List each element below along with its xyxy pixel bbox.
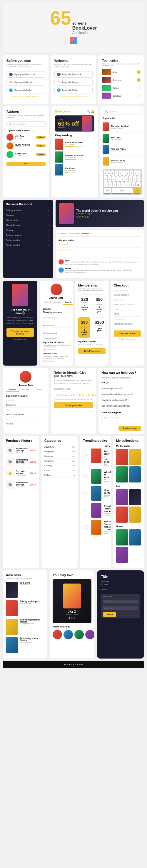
cat-biography[interactable]: Biography 180 [44, 450, 75, 454]
key-v[interactable]: v [121, 182, 124, 187]
current-password-input[interactable] [43, 316, 70, 320]
tab-information[interactable]: Information [69, 232, 80, 237]
plan-90[interactable]: $90 / 6 months 6 month gold [78, 317, 90, 338]
fullname-input[interactable] [6, 403, 46, 407]
author-you-4[interactable] [85, 630, 94, 639]
email-input[interactable] [6, 412, 46, 417]
key-a[interactable]: a [104, 176, 107, 182]
idol-book-4[interactable] [129, 506, 141, 523]
topic-item-actor[interactable]: Actor ✓ [102, 69, 141, 75]
genre-fantasy[interactable]: Fantasy adventure 245 [6, 208, 50, 212]
trending-item-1[interactable]: 01 Harry — The story is told deep Jack A… [83, 445, 108, 467]
trending-item-2[interactable]: 02 Wheel of Time J.R Rowling [83, 469, 108, 484]
key-123[interactable]: 123 [104, 188, 111, 193]
key-go[interactable]: Go [133, 188, 141, 193]
send-message-btn[interactable]: Send message [119, 426, 141, 431]
promo-banner[interactable]: Up to 60% off all books [55, 116, 94, 131]
key-l[interactable]: l [137, 176, 141, 182]
faq-3[interactable]: How is my reading tracked? › [101, 397, 141, 403]
key-d[interactable]: d [112, 176, 116, 182]
fav-book-3[interactable] [116, 466, 128, 483]
search-icon-booklover[interactable]: 🔍 [87, 110, 90, 113]
bell-icon-booklover[interactable]: 🔔 [91, 110, 94, 113]
cardholder-input[interactable] [114, 293, 141, 297]
forgot-password-link[interactable]: Forgot password? [43, 337, 70, 339]
author-you-1[interactable] [53, 630, 62, 639]
topic-item-american[interactable]: American ✓ [102, 77, 141, 83]
key-shift[interactable]: ⇧ [104, 182, 108, 187]
key-n[interactable]: n [128, 182, 131, 187]
key-y[interactable]: y [122, 170, 125, 176]
horror-book-2[interactable] [129, 529, 141, 546]
sign-out-btn[interactable]: Sign out devices [43, 349, 70, 351]
search-result-1[interactable]: The art of the deal Various Authors [103, 121, 142, 133]
membership-purchase-btn[interactable]: 10% Purchase [78, 348, 105, 354]
follow-btn-1[interactable]: Follow [36, 136, 46, 138]
trending-item-4[interactable]: 04 Everything inside: Stories Edwidge Da… [83, 503, 108, 518]
topic-item-culture[interactable]: Culture [102, 85, 141, 91]
tab-followed-info[interactable]: Followed [19, 387, 32, 392]
adventure-book-1[interactable]: Wild Days Jack Andrews [6, 582, 44, 598]
share-link-btn[interactable]: Share your link [54, 402, 94, 408]
facebook-login-btn[interactable]: f Login with Facebook [54, 71, 93, 78]
cat-comedy[interactable]: Comedy 120 [44, 463, 75, 468]
tab-overview[interactable]: Overview [58, 232, 67, 237]
cat-adventure[interactable]: Adventure 245 [44, 445, 75, 450]
horror-book-1[interactable] [116, 529, 128, 546]
key-o[interactable]: o [134, 170, 137, 176]
google-login-btn[interactable]: G Login with Google [54, 79, 93, 86]
follow-btn-2[interactable]: Follow [36, 145, 46, 147]
next-btn-authors[interactable]: Next [6, 162, 46, 166]
tab-review[interactable]: Review [82, 232, 89, 237]
idol-book-3[interactable] [116, 506, 128, 523]
twitter-login-btn[interactable]: t Login with Twitter [54, 87, 93, 93]
key-space[interactable]: space [112, 188, 132, 193]
author-search-bar[interactable]: 🔍 Search authors [6, 121, 46, 127]
faq-2[interactable]: Membership and Single purchase? › [101, 392, 141, 397]
key-m[interactable]: m [132, 182, 135, 187]
genre-further-2[interactable]: Further reading 72 [6, 243, 50, 247]
key-g[interactable]: g [120, 176, 124, 182]
plan-50[interactable]: $50 / 3 months 3 month gold [93, 294, 106, 315]
tab-followed[interactable]: Followed [52, 300, 63, 305]
plan-20[interactable]: $20 / month 1 month gold [78, 294, 91, 315]
ereader-text-input[interactable] [103, 600, 138, 603]
key-k[interactable]: k [133, 176, 137, 182]
search-result-2[interactable]: Wild Days Jack Andrews [103, 133, 142, 144]
key-i[interactable]: i [130, 170, 133, 176]
ereader-text-input-2[interactable] [103, 607, 138, 610]
fav-book-2[interactable] [129, 449, 141, 465]
key-q[interactable]: q [104, 170, 107, 176]
genre-further-1[interactable]: Further reading 86 [6, 238, 50, 242]
review-textarea[interactable]: Write your review... [58, 247, 141, 257]
author-you-3[interactable] [74, 630, 84, 639]
key-z[interactable]: z [109, 182, 112, 187]
ereader-choose-btn[interactable]: Choose [103, 612, 117, 617]
message-textarea[interactable]: Type your message... [101, 415, 141, 424]
search-top-bar[interactable]: 🔍 Search... [103, 109, 142, 115]
tab-general-info[interactable]: General [6, 387, 19, 392]
tab-security-info[interactable]: Security [32, 387, 46, 392]
cardnumber-input[interactable] [114, 302, 141, 307]
login-link[interactable]: Already have an account? Login now [6, 95, 45, 97]
key-u[interactable]: u [126, 170, 129, 176]
expiry-input[interactable] [114, 312, 127, 317]
key-t[interactable]: t [119, 170, 122, 176]
genre-classic[interactable]: Classic literature 134 [6, 223, 50, 227]
key-e[interactable]: e [111, 170, 114, 176]
cvc-input[interactable] [128, 312, 141, 317]
rating-stars[interactable]: ★ ★ ★ ★ ★ [58, 243, 141, 246]
bio-input[interactable] [6, 422, 46, 426]
book-item-2[interactable]: Madame as Sultan Rona Williams [55, 151, 94, 163]
cat-crime[interactable]: Crime 98 [44, 468, 75, 473]
genre-fantasy-romance[interactable]: Fantasy romance 98 [6, 233, 50, 237]
billing-input[interactable] [114, 322, 141, 326]
key-s[interactable]: s [108, 176, 112, 182]
horror-book-3[interactable] [116, 547, 128, 563]
adventure-book-3[interactable]: Something amazing: Stories Edwidge Danti… [6, 619, 44, 635]
key-f[interactable]: f [116, 176, 120, 182]
fav-book-1[interactable] [116, 449, 128, 465]
tab-general[interactable]: General [43, 300, 52, 305]
genre-mystery[interactable]: Mystery 120 [6, 228, 50, 232]
facebook-signup-btn[interactable]: f Sign up with Facebook [6, 71, 45, 78]
